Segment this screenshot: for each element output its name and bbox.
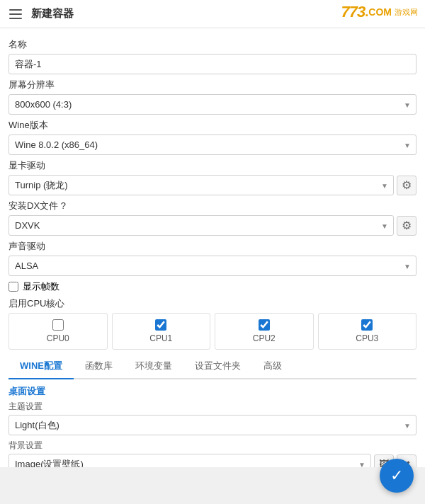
gpu-driver-gear-icon[interactable]: ⚙	[397, 176, 416, 195]
menu-icon[interactable]	[7, 6, 24, 23]
page-title: 新建容器	[31, 7, 74, 21]
wine-select-wrapper: Wine 8.0.2 (x86_64)	[8, 134, 416, 155]
dxvk-group: 安装DX文件 ? DXVK ⚙	[8, 200, 416, 236]
logo-773: 773	[341, 3, 366, 21]
wine-config-content: 桌面设置 主题设置 Light(白色) 背景设置 Image(设置壁纸) 🖼 ✖	[8, 385, 416, 467]
logo-com: COM	[368, 6, 392, 18]
confirm-icon: ✓	[390, 466, 403, 485]
dxvk-select[interactable]: DXVK	[8, 215, 394, 236]
cpu0-checkbox[interactable]	[52, 319, 64, 331]
bg-row: Image(设置壁纸) 🖼 ✖	[8, 454, 416, 467]
cpu-item-3: CPU3	[318, 313, 417, 350]
show-fps-row: 显示帧数	[8, 280, 416, 293]
cpu-item-2: CPU2	[215, 313, 314, 350]
cpu3-checkbox[interactable]	[361, 319, 373, 331]
bg-select-wrapper: Image(设置壁纸)	[8, 454, 371, 467]
cpu-grid: CPU0 CPU1 CPU2 CPU3	[8, 313, 416, 350]
cpu-item-1: CPU1	[112, 313, 211, 350]
gpu-driver-label: 显卡驱动	[8, 159, 416, 172]
wine-version-group: Wine版本 Wine 8.0.2 (x86_64)	[8, 119, 416, 155]
tabs-row: WINE配置 函数库 环境变量 设置文件夹 高级	[8, 354, 416, 379]
theme-group: 主题设置 Light(白色)	[8, 401, 416, 435]
cpu1-checkbox[interactable]	[155, 319, 166, 331]
resolution-group: 屏幕分辨率 800x600 (4:3)	[8, 79, 416, 115]
desktop-section-title: 桌面设置	[8, 385, 416, 398]
wine-label: Wine版本	[8, 119, 416, 132]
enable-cpu-label: 启用CPU核心	[8, 297, 416, 310]
audio-label: 声音驱动	[8, 240, 416, 253]
cpu0-label: CPU0	[47, 333, 69, 343]
cpu-item-0: CPU0	[8, 313, 108, 350]
titlebar: 新建容器 773 . COM 游戏网	[0, 0, 425, 28]
cpu2-label: CPU2	[253, 333, 276, 343]
name-label: 名称	[8, 38, 416, 51]
tab-advanced[interactable]: 高级	[252, 354, 293, 379]
theme-select[interactable]: Light(白色)	[8, 415, 416, 435]
tab-func[interactable]: 函数库	[74, 354, 124, 379]
cpu3-label: CPU3	[356, 333, 378, 343]
tab-wine[interactable]: WINE配置	[8, 354, 74, 379]
main-content: 名称 屏幕分辨率 800x600 (4:3) Wine版本 Wine 8.0.2…	[0, 28, 425, 467]
logo-area: 773 . COM 游戏网	[341, 3, 418, 21]
cpu2-checkbox[interactable]	[259, 319, 270, 331]
gpu-driver-row: Turnip (骁龙) ⚙	[8, 175, 416, 195]
resolution-label: 屏幕分辨率	[8, 79, 416, 91]
audio-select[interactable]: ALSA	[8, 256, 416, 276]
bg-group: 背景设置 Image(设置壁纸) 🖼 ✖	[8, 440, 416, 467]
logo-youwang: 游戏网	[395, 7, 418, 18]
bg-label: 背景设置	[8, 440, 416, 452]
theme-select-wrapper: Light(白色)	[8, 415, 416, 435]
audio-select-wrapper: ALSA	[8, 256, 416, 276]
resolution-select-wrapper: 800x600 (4:3)	[8, 94, 416, 115]
theme-label: 主题设置	[8, 401, 416, 413]
dxvk-row: DXVK ⚙	[8, 215, 416, 236]
dxvk-label: 安装DX文件 ?	[8, 200, 416, 212]
dxvk-help-icon[interactable]: ?	[61, 200, 66, 211]
name-input[interactable]	[8, 54, 416, 74]
name-group: 名称	[8, 38, 416, 74]
resolution-select[interactable]: 800x600 (4:3)	[8, 94, 416, 115]
bg-select[interactable]: Image(设置壁纸)	[8, 454, 371, 467]
tab-env[interactable]: 环境变量	[124, 354, 183, 379]
tab-settings-folder[interactable]: 设置文件夹	[183, 354, 252, 379]
show-fps-label: 显示帧数	[23, 280, 60, 293]
wine-select[interactable]: Wine 8.0.2 (x86_64)	[8, 134, 416, 155]
gpu-driver-select[interactable]: Turnip (骁龙)	[8, 175, 394, 195]
audio-group: 声音驱动 ALSA	[8, 240, 416, 276]
dxvk-select-wrapper: DXVK	[8, 215, 394, 236]
confirm-fab[interactable]: ✓	[380, 459, 414, 493]
gpu-driver-group: 显卡驱动 Turnip (骁龙) ⚙	[8, 159, 416, 195]
dxvk-gear-icon[interactable]: ⚙	[397, 216, 416, 236]
main-scroll: 名称 屏幕分辨率 800x600 (4:3) Wine版本 Wine 8.0.2…	[0, 28, 425, 467]
cpu1-label: CPU1	[149, 333, 172, 343]
show-fps-checkbox[interactable]	[8, 282, 18, 292]
gpu-driver-select-wrapper: Turnip (骁龙)	[8, 175, 394, 195]
